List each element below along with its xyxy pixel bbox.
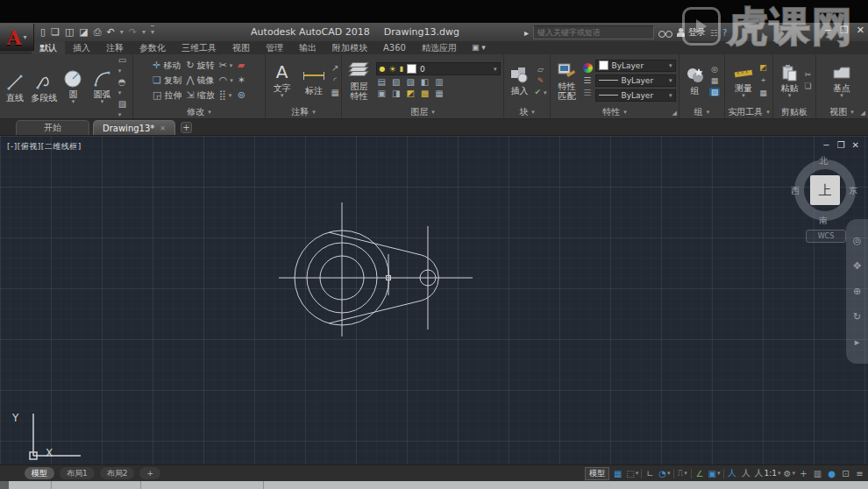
- snap-toggle-icon[interactable]: ⬚▾: [626, 467, 638, 480]
- panel-label-utilities[interactable]: 实用工具▾: [725, 106, 772, 118]
- file-tab-drawing13[interactable]: Drawing13* ✕: [93, 120, 175, 135]
- cut-icon[interactable]: ✂: [805, 70, 812, 79]
- save-as-icon[interactable]: ◪: [79, 26, 88, 39]
- move-button[interactable]: ✛移动: [153, 60, 181, 72]
- search-binoculars-icon[interactable]: [658, 25, 672, 41]
- layer-tool-icon[interactable]: ▣: [378, 89, 386, 98]
- ribbon-display-toggle-icon[interactable]: ▣ ▾: [472, 41, 486, 54]
- panel-label-block[interactable]: 块▾: [504, 106, 550, 118]
- redo-icon[interactable]: ↷: [129, 26, 137, 39]
- isometric-drafting-icon[interactable]: ⎍▾: [677, 467, 688, 480]
- explode-button[interactable]: ✶: [238, 74, 245, 86]
- close-button[interactable]: ✕: [857, 25, 864, 36]
- model-space-button[interactable]: 模型: [585, 467, 609, 480]
- circle-button[interactable]: 圆 ▾: [60, 68, 86, 105]
- object-snap-icon[interactable]: ▣▾: [708, 467, 721, 480]
- undo-dropdown-icon[interactable]: ▾: [120, 26, 124, 39]
- insert-block-button[interactable]: 插入: [508, 65, 532, 96]
- polar-tracking-icon[interactable]: ◔▾: [658, 467, 670, 480]
- mirror-button[interactable]: ⋀镜像: [186, 74, 214, 87]
- annotation-monitor-icon[interactable]: +: [798, 467, 809, 480]
- layer-properties-button[interactable]: 图层 特性: [345, 60, 374, 101]
- dimension-button[interactable]: 标注: [299, 65, 328, 96]
- layer-tool-icon[interactable]: ◩: [406, 89, 414, 98]
- layer-dropdown[interactable]: ● ☀ ▮ 0 ▾: [376, 62, 501, 75]
- table-icon[interactable]: ▦: [331, 88, 339, 97]
- new-file-icon[interactable]: ▯: [40, 26, 46, 39]
- tab-parametric[interactable]: 参数化: [132, 41, 174, 54]
- trim-button[interactable]: ✂▾: [219, 60, 233, 71]
- panel-label-view[interactable]: 视图▾: [816, 106, 867, 118]
- hatch-tool-icon[interactable]: ▨ ▾: [118, 99, 131, 118]
- isolate-objects-icon[interactable]: ⊡: [840, 467, 851, 480]
- copy-clip-icon[interactable]: ❏: [804, 82, 811, 90]
- layout-tab-layout1[interactable]: 布局1: [60, 467, 95, 479]
- grid-toggle-icon[interactable]: ▦: [612, 467, 623, 480]
- text-button[interactable]: A 文字 ▾: [267, 62, 296, 99]
- tab-annotate[interactable]: 注释: [98, 41, 132, 54]
- search-input[interactable]: [533, 25, 654, 39]
- object-color-dropdown[interactable]: ByLayer ▾: [595, 60, 676, 72]
- copy-button[interactable]: ❏复制: [153, 74, 181, 87]
- close-tab-icon[interactable]: ✕: [160, 124, 166, 132]
- group-button[interactable]: 组: [684, 65, 707, 96]
- open-folder-icon[interactable]: ❏: [51, 26, 60, 39]
- stretch-button[interactable]: ◲拉伸: [153, 89, 181, 102]
- rectangle-tool-icon[interactable]: ▭ ▾: [118, 55, 131, 74]
- dialog-launcher-icon[interactable]: ◢: [672, 110, 677, 117]
- layer-tool-icon[interactable]: ▩: [421, 89, 429, 98]
- multileader-icon[interactable]: ◜: [333, 75, 337, 85]
- tab-output[interactable]: 输出: [291, 41, 324, 54]
- redo-dropdown-icon[interactable]: ▾: [142, 26, 146, 39]
- object-snap-tracking-icon[interactable]: ∠: [694, 467, 706, 480]
- match-properties-button[interactable]: 特性 匹配: [554, 60, 580, 101]
- tab-insert[interactable]: 插入: [65, 41, 98, 54]
- layer-tool-icon[interactable]: ◨: [392, 89, 400, 98]
- qat-customize-icon[interactable]: ▾: [151, 25, 154, 39]
- annotation-autoscale-icon[interactable]: 人: [741, 467, 752, 480]
- layer-tool-icon[interactable]: ▧: [392, 77, 400, 87]
- edit-attribute-icon[interactable]: ✔ ▾: [535, 88, 547, 96]
- layout-tab-layout2[interactable]: 布局2: [100, 467, 135, 479]
- polyline-button[interactable]: 多段线: [31, 72, 57, 103]
- restore-button[interactable]: ❐: [840, 25, 849, 36]
- new-drawing-tab-button[interactable]: +: [181, 122, 192, 133]
- tab-view[interactable]: 视图: [224, 41, 258, 54]
- array-button[interactable]: ⣿▾: [219, 89, 233, 101]
- calculator-icon[interactable]: ▦: [759, 89, 767, 97]
- dialog-launcher-icon[interactable]: ◢: [861, 110, 865, 117]
- keytip-arrow-icon[interactable]: ▸: [524, 28, 529, 38]
- tab-a360[interactable]: A360: [375, 41, 414, 54]
- panel-label-modify[interactable]: 修改▾: [133, 106, 265, 118]
- panel-label-annotation[interactable]: 注释▾: [266, 106, 341, 118]
- layer-tool-icon[interactable]: ▤: [378, 77, 386, 87]
- plot-icon[interactable]: ⎙: [94, 26, 102, 39]
- annotation-visibility-icon[interactable]: 人: [727, 467, 738, 480]
- lineweight-dropdown[interactable]: ByLayer ▾: [595, 74, 676, 87]
- quick-select-icon[interactable]: ◩: [759, 63, 767, 72]
- layout-tab-model[interactable]: 模型: [25, 467, 54, 479]
- tab-add-ins[interactable]: 附加模块: [324, 41, 375, 54]
- linetype-list-icon[interactable]: ☰: [584, 88, 592, 97]
- ellipse-tool-icon[interactable]: ◓ ▾: [118, 77, 131, 96]
- group-selection-toggle-icon[interactable]: ▨: [709, 88, 721, 96]
- graphics-performance-icon[interactable]: ●: [826, 467, 837, 480]
- define-attribute-icon[interactable]: ✎: [537, 76, 544, 85]
- help-icon[interactable]: ?: [722, 28, 727, 38]
- annotation-scale-button[interactable]: 人1:1▾: [755, 467, 781, 480]
- save-icon[interactable]: ◫: [65, 26, 74, 39]
- panel-label-properties[interactable]: 特性▾: [551, 106, 679, 118]
- panel-label-clipboard[interactable]: 剪贴板: [773, 106, 815, 118]
- panel-label-group[interactable]: 组▾: [679, 106, 724, 118]
- file-tab-start[interactable]: 开始: [16, 120, 89, 135]
- fillet-button[interactable]: ◠▾: [219, 74, 233, 86]
- erase-button[interactable]: ▰: [238, 60, 245, 71]
- sign-in-link[interactable]: 登录: [688, 26, 706, 39]
- layer-tool-icon[interactable]: ▦: [435, 89, 443, 98]
- scale-button[interactable]: ⇲缩放: [186, 89, 214, 102]
- lineweight-list-icon[interactable]: ☰: [584, 75, 592, 85]
- layer-tool-icon[interactable]: ▥: [435, 77, 443, 87]
- arc-button[interactable]: 圆弧 ▾: [89, 68, 116, 105]
- measure-button[interactable]: 测量 ▾: [730, 62, 757, 99]
- ungroup-icon[interactable]: ◎: [711, 65, 718, 74]
